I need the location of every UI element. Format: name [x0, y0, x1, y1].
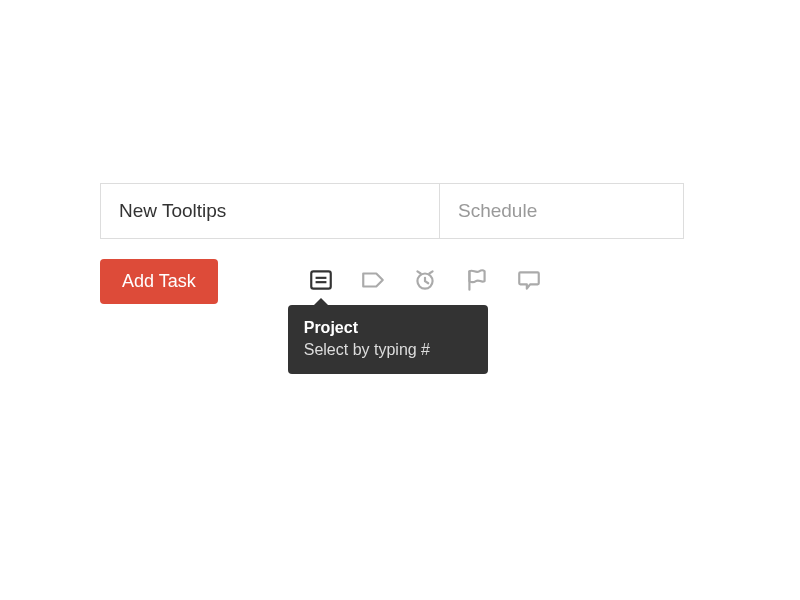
label-icon[interactable] — [360, 267, 386, 293]
tooltip: Project Select by typing # — [288, 305, 488, 374]
svg-line-6 — [417, 271, 420, 273]
comment-icon[interactable] — [516, 267, 542, 293]
tooltip-subtitle: Select by typing # — [304, 339, 472, 361]
svg-line-7 — [429, 271, 432, 273]
input-row — [100, 183, 684, 239]
task-composer: Add Task Project Select by typing # — [100, 183, 684, 304]
icon-toolbar: Project Select by typing # — [308, 267, 542, 293]
svg-rect-0 — [311, 271, 331, 288]
task-name-input[interactable] — [101, 184, 439, 238]
priority-flag-icon[interactable] — [464, 267, 490, 293]
tooltip-title: Project — [304, 317, 472, 339]
svg-line-5 — [425, 281, 428, 283]
add-task-button[interactable]: Add Task — [100, 259, 218, 304]
action-row: Add Task Project Select by typing # — [100, 259, 684, 304]
schedule-input[interactable] — [439, 184, 683, 238]
reminder-icon[interactable] — [412, 267, 438, 293]
project-icon[interactable]: Project Select by typing # — [308, 267, 334, 293]
